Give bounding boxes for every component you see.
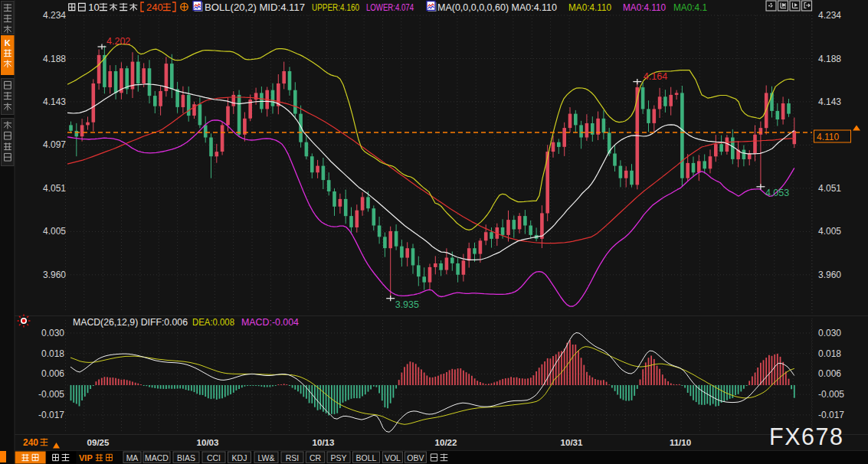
svg-text:0.030: 0.030 — [818, 328, 841, 338]
svg-text:4.143: 4.143 — [43, 96, 66, 107]
svg-text:BOLL: BOLL — [356, 453, 377, 462]
svg-text:LOWER:4.074: LOWER:4.074 — [366, 2, 414, 13]
svg-text:OBV: OBV — [407, 453, 424, 462]
svg-text:10/03: 10/03 — [197, 438, 219, 447]
svg-text:3.935: 3.935 — [395, 299, 419, 310]
svg-text:3.960: 3.960 — [818, 270, 841, 280]
svg-text:4.202: 4.202 — [106, 36, 130, 47]
svg-text:RSI: RSI — [286, 453, 300, 462]
svg-text:0.006: 0.006 — [41, 368, 64, 379]
svg-text:-0.005: -0.005 — [818, 389, 844, 400]
svg-text:4.164: 4.164 — [644, 71, 667, 82]
svg-text:0.018: 0.018 — [818, 348, 841, 359]
svg-text:4.110: 4.110 — [817, 132, 839, 142]
svg-text:MACD(26,12,9) DIFF:0.006: MACD(26,12,9) DIFF:0.006 — [73, 317, 188, 328]
svg-text:4.051: 4.051 — [43, 183, 66, 194]
svg-text:10/13: 10/13 — [313, 438, 335, 447]
svg-text:4.005: 4.005 — [818, 226, 841, 237]
svg-text:FX678: FX678 — [769, 423, 843, 449]
svg-text:K: K — [5, 38, 11, 47]
svg-text:4.188: 4.188 — [43, 54, 66, 64]
svg-text:MA(0,0,0,0,0,60) MA0:4.110: MA(0,0,0,0,0,60) MA0:4.110 — [437, 2, 557, 13]
svg-text:-0.017: -0.017 — [818, 410, 844, 420]
svg-text:MA: MA — [126, 453, 139, 462]
svg-text:4.051: 4.051 — [818, 183, 841, 194]
svg-text:11/10: 11/10 — [670, 438, 691, 447]
svg-text:10: 10 — [88, 2, 99, 13]
svg-text:0.030: 0.030 — [41, 328, 64, 338]
svg-text:240: 240 — [23, 437, 38, 448]
svg-text:KDJ: KDJ — [232, 453, 247, 462]
svg-text:CR: CR — [310, 453, 322, 462]
svg-text:DEA:0.008: DEA:0.008 — [192, 317, 234, 328]
svg-text:0.006: 0.006 — [818, 368, 841, 379]
svg-text:VOL: VOL — [385, 453, 401, 462]
svg-text:10/22: 10/22 — [435, 438, 457, 447]
svg-text:4.097: 4.097 — [43, 139, 66, 150]
svg-text:4.143: 4.143 — [818, 96, 841, 107]
svg-text:4.234: 4.234 — [43, 10, 66, 21]
svg-text:UPPER:4.160: UPPER:4.160 — [312, 2, 359, 13]
svg-text:MACD: MACD — [145, 453, 169, 462]
svg-text:LW&: LW& — [258, 453, 275, 462]
svg-text:VIP: VIP — [79, 453, 93, 462]
svg-text:MA0:4.110: MA0:4.110 — [568, 2, 611, 13]
svg-text:MA0:4.1: MA0:4.1 — [673, 2, 707, 13]
svg-text:MACD:-0.004: MACD:-0.004 — [241, 317, 299, 328]
svg-text:3.960: 3.960 — [43, 270, 66, 280]
svg-text:240: 240 — [146, 2, 163, 13]
svg-text:4.234: 4.234 — [818, 10, 841, 21]
svg-text:10/31: 10/31 — [561, 438, 583, 447]
svg-text:09/25: 09/25 — [87, 438, 110, 447]
svg-text:-0.017: -0.017 — [38, 410, 64, 420]
svg-text:0.018: 0.018 — [41, 348, 64, 359]
svg-text:BOLL(20,2) MID:4.117: BOLL(20,2) MID:4.117 — [205, 2, 305, 13]
svg-text:4.188: 4.188 — [818, 54, 841, 64]
svg-text:MA0:4.110: MA0:4.110 — [623, 2, 666, 13]
svg-text:4.005: 4.005 — [43, 226, 66, 237]
svg-text:PSY: PSY — [330, 453, 346, 462]
svg-text:CCI: CCI — [207, 453, 221, 462]
svg-text:BIAS: BIAS — [177, 453, 195, 462]
svg-text:-0.005: -0.005 — [38, 389, 64, 400]
svg-text:4.053: 4.053 — [765, 188, 789, 198]
